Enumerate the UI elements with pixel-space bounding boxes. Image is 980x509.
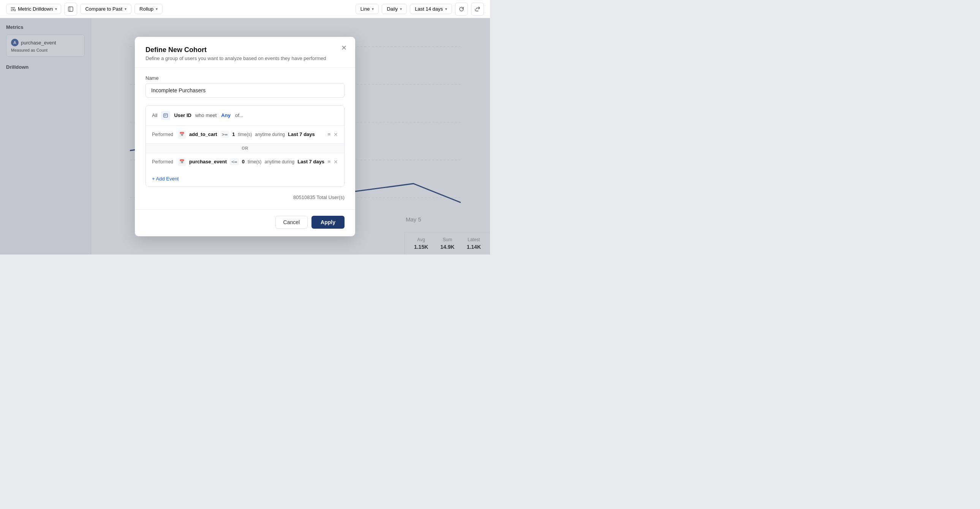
calendar-icon-2: 📅 <box>178 157 186 166</box>
date-range-chevron: ▾ <box>445 7 447 11</box>
event-operator-1[interactable]: >= <box>220 130 229 138</box>
apply-button[interactable]: Apply <box>312 216 345 229</box>
modal-backdrop: Define New Cohort Define a group of user… <box>0 18 490 254</box>
compare-to-past-label: Compare to Past <box>85 6 123 12</box>
event-anytime-2: anytime during <box>265 159 295 164</box>
chart-type-label: Line <box>361 6 370 12</box>
metric-drilldown-chevron: ▾ <box>55 7 57 11</box>
modal-footer: Cancel Apply <box>135 209 355 236</box>
name-label: Name <box>145 75 345 81</box>
rollup-label: Rollup <box>139 6 153 12</box>
chart-type-chevron: ▾ <box>372 7 374 11</box>
event-times-1: time(s) <box>238 132 252 137</box>
all-label: All <box>152 113 157 118</box>
add-event-row: + Add Event <box>146 170 344 186</box>
svg-rect-1 <box>68 7 73 11</box>
event-row-2: Performed 📅 purchase_event <= 0 time(s) … <box>146 153 344 170</box>
topbar-right: Line ▾ Daily ▾ Last 14 days ▾ <box>356 3 484 16</box>
user-id-icon <box>161 111 170 120</box>
refresh-icon <box>459 6 464 12</box>
compare-to-past-dropdown[interactable]: Compare to Past ▾ <box>80 4 131 14</box>
calendar-icon-1: 📅 <box>178 130 186 138</box>
share-button[interactable] <box>471 3 484 16</box>
compare-to-past-chevron: ▾ <box>124 7 126 11</box>
event-period-1[interactable]: Last 7 days <box>288 131 315 137</box>
cancel-button[interactable]: Cancel <box>275 216 308 229</box>
performed-label-2: Performed <box>152 159 175 164</box>
date-range-label: Last 14 days <box>415 6 443 12</box>
sidebar-toggle-button[interactable] <box>64 3 77 16</box>
event-actions-2: ≡ ✕ <box>328 159 338 164</box>
close-button[interactable]: ✕ <box>341 45 347 51</box>
event-count-2[interactable]: 0 <box>242 159 245 164</box>
who-meet-label: who meet <box>195 113 216 118</box>
cohort-conditions-box: All User ID who meet Any of... Performed… <box>145 105 345 187</box>
event-actions-1: ≡ ✕ <box>328 131 338 137</box>
sidebar-toggle-icon <box>68 6 73 12</box>
filter-icon-1[interactable]: ≡ <box>328 131 331 137</box>
svg-rect-12 <box>164 114 167 118</box>
time-granularity-chevron: ▾ <box>400 7 402 11</box>
event-anytime-1: anytime during <box>255 132 285 137</box>
cohort-name-input[interactable] <box>145 83 345 98</box>
modal-subtitle: Define a group of users you want to anal… <box>145 56 345 61</box>
modal-body: Name All User ID who meet Any of... <box>135 68 355 209</box>
chart-type-dropdown[interactable]: Line ▾ <box>356 4 379 14</box>
total-users: 80510835 Total User(s) <box>145 191 345 202</box>
main-area: Metrics A purchase_event Measured as Cou… <box>0 18 490 254</box>
event-count-1[interactable]: 1 <box>232 131 235 137</box>
or-divider: OR <box>146 143 344 153</box>
metric-drilldown-label: Metric Drilldown <box>18 6 53 12</box>
any-button[interactable]: Any <box>220 113 231 118</box>
topbar: Metric Drilldown ▾ Compare to Past ▾ Rol… <box>0 0 490 18</box>
event-operator-2[interactable]: <= <box>230 158 239 165</box>
remove-event-1-button[interactable]: ✕ <box>334 132 338 137</box>
metric-drilldown-selector[interactable]: Metric Drilldown ▾ <box>6 4 61 14</box>
rollup-dropdown[interactable]: Rollup ▾ <box>134 4 162 14</box>
define-cohort-modal: Define New Cohort Define a group of user… <box>135 37 355 236</box>
modal-title: Define New Cohort <box>145 46 345 54</box>
share-icon <box>475 6 480 12</box>
modal-header: Define New Cohort Define a group of user… <box>135 37 355 68</box>
refresh-button[interactable] <box>455 3 468 16</box>
metric-drilldown-icon <box>10 6 16 12</box>
event-name-2[interactable]: purchase_event <box>189 159 227 164</box>
cohort-header-row: All User ID who meet Any of... <box>146 106 344 126</box>
of-label: of... <box>235 113 243 118</box>
event-row-1: Performed 📅 add_to_cart >= 1 time(s) any… <box>146 126 344 143</box>
event-times-2: time(s) <box>248 159 262 164</box>
topbar-left: Metric Drilldown ▾ Compare to Past ▾ Rol… <box>6 3 353 16</box>
performed-label-1: Performed <box>152 132 175 137</box>
user-id-label: User ID <box>174 113 191 118</box>
date-range-dropdown[interactable]: Last 14 days ▾ <box>410 4 452 14</box>
remove-event-2-button[interactable]: ✕ <box>334 159 338 164</box>
rollup-chevron: ▾ <box>156 7 158 11</box>
event-name-1[interactable]: add_to_cart <box>189 131 217 137</box>
event-period-2[interactable]: Last 7 days <box>298 159 325 164</box>
add-event-button[interactable]: + Add Event <box>152 176 178 181</box>
time-granularity-label: Daily <box>387 6 398 12</box>
time-granularity-dropdown[interactable]: Daily ▾ <box>382 4 407 14</box>
filter-icon-2[interactable]: ≡ <box>328 159 331 164</box>
